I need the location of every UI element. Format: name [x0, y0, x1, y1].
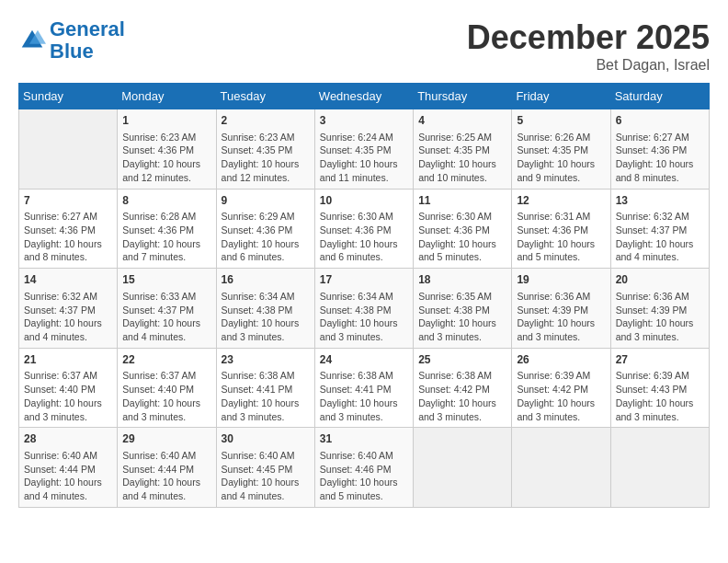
calendar-cell: 12Sunrise: 6:31 AM Sunset: 4:36 PM Dayli… [512, 189, 610, 269]
calendar-cell [414, 428, 512, 508]
calendar-cell: 24Sunrise: 6:38 AM Sunset: 4:41 PM Dayli… [314, 348, 413, 428]
day-number: 9 [222, 193, 310, 209]
day-number: 4 [418, 113, 506, 129]
cell-info: Sunrise: 6:25 AM Sunset: 4:35 PM Dayligh… [418, 131, 506, 185]
calendar-cell: 5Sunrise: 6:26 AM Sunset: 4:35 PM Daylig… [512, 109, 610, 190]
col-header-monday: Monday [118, 84, 216, 109]
calendar-cell: 23Sunrise: 6:38 AM Sunset: 4:41 PM Dayli… [216, 348, 314, 428]
calendar-cell: 25Sunrise: 6:38 AM Sunset: 4:42 PM Dayli… [414, 348, 512, 428]
day-number: 6 [616, 113, 704, 129]
cell-info: Sunrise: 6:37 AM Sunset: 4:40 PM Dayligh… [122, 369, 210, 423]
cell-info: Sunrise: 6:36 AM Sunset: 4:39 PM Dayligh… [616, 290, 704, 344]
day-number: 28 [24, 431, 112, 447]
cell-info: Sunrise: 6:38 AM Sunset: 4:41 PM Dayligh… [320, 369, 408, 423]
week-row-5: 28Sunrise: 6:40 AM Sunset: 4:44 PM Dayli… [19, 428, 710, 508]
calendar-cell: 28Sunrise: 6:40 AM Sunset: 4:44 PM Dayli… [19, 428, 118, 508]
header-row: SundayMondayTuesdayWednesdayThursdayFrid… [19, 84, 710, 109]
day-number: 2 [222, 113, 310, 129]
day-number: 19 [517, 272, 605, 288]
calendar-cell: 19Sunrise: 6:36 AM Sunset: 4:39 PM Dayli… [512, 269, 610, 349]
cell-info: Sunrise: 6:23 AM Sunset: 4:36 PM Dayligh… [122, 131, 210, 185]
cell-info: Sunrise: 6:33 AM Sunset: 4:37 PM Dayligh… [122, 290, 210, 344]
day-number: 16 [222, 272, 310, 288]
week-row-2: 7Sunrise: 6:27 AM Sunset: 4:36 PM Daylig… [19, 189, 710, 269]
cell-info: Sunrise: 6:36 AM Sunset: 4:39 PM Dayligh… [517, 290, 605, 344]
day-number: 11 [418, 193, 506, 209]
calendar-cell: 3Sunrise: 6:24 AM Sunset: 4:35 PM Daylig… [314, 109, 413, 190]
cell-info: Sunrise: 6:28 AM Sunset: 4:36 PM Dayligh… [122, 210, 210, 264]
calendar-cell: 2Sunrise: 6:23 AM Sunset: 4:35 PM Daylig… [216, 109, 314, 190]
day-number: 30 [222, 431, 310, 447]
calendar-cell: 22Sunrise: 6:37 AM Sunset: 4:40 PM Dayli… [118, 348, 216, 428]
calendar-cell: 18Sunrise: 6:35 AM Sunset: 4:38 PM Dayli… [414, 269, 512, 349]
calendar-cell: 9Sunrise: 6:29 AM Sunset: 4:36 PM Daylig… [216, 189, 314, 269]
day-number: 22 [122, 352, 210, 368]
calendar-cell: 1Sunrise: 6:23 AM Sunset: 4:36 PM Daylig… [118, 109, 216, 190]
cell-info: Sunrise: 6:38 AM Sunset: 4:41 PM Dayligh… [222, 369, 310, 423]
cell-info: Sunrise: 6:32 AM Sunset: 4:37 PM Dayligh… [24, 290, 112, 344]
day-number: 1 [122, 113, 210, 129]
day-number: 24 [320, 352, 408, 368]
calendar-table: SundayMondayTuesdayWednesdayThursdayFrid… [18, 83, 710, 508]
day-number: 31 [320, 431, 408, 447]
cell-info: Sunrise: 6:34 AM Sunset: 4:38 PM Dayligh… [320, 290, 408, 344]
day-number: 17 [320, 272, 408, 288]
cell-info: Sunrise: 6:40 AM Sunset: 4:44 PM Dayligh… [24, 449, 112, 503]
day-number: 21 [24, 352, 112, 368]
calendar-cell: 11Sunrise: 6:30 AM Sunset: 4:36 PM Dayli… [414, 189, 512, 269]
cell-info: Sunrise: 6:27 AM Sunset: 4:36 PM Dayligh… [616, 131, 704, 185]
calendar-cell: 26Sunrise: 6:39 AM Sunset: 4:42 PM Dayli… [512, 348, 610, 428]
calendar-cell [512, 428, 610, 508]
calendar-cell [19, 109, 118, 190]
col-header-saturday: Saturday [610, 84, 709, 109]
page-header: General Blue December 2025 Bet Dagan, Is… [18, 18, 710, 74]
cell-info: Sunrise: 6:39 AM Sunset: 4:42 PM Dayligh… [517, 369, 605, 423]
week-row-1: 1Sunrise: 6:23 AM Sunset: 4:36 PM Daylig… [19, 109, 710, 190]
calendar-cell: 20Sunrise: 6:36 AM Sunset: 4:39 PM Dayli… [610, 269, 709, 349]
day-number: 23 [222, 352, 310, 368]
day-number: 29 [122, 431, 210, 447]
calendar-cell: 17Sunrise: 6:34 AM Sunset: 4:38 PM Dayli… [314, 269, 413, 349]
day-number: 20 [616, 272, 704, 288]
cell-info: Sunrise: 6:37 AM Sunset: 4:40 PM Dayligh… [24, 369, 112, 423]
col-header-friday: Friday [512, 84, 610, 109]
day-number: 26 [517, 352, 605, 368]
day-number: 14 [24, 272, 112, 288]
calendar-cell: 6Sunrise: 6:27 AM Sunset: 4:36 PM Daylig… [610, 109, 709, 190]
location: Bet Dagan, Israel [467, 57, 710, 74]
cell-info: Sunrise: 6:30 AM Sunset: 4:36 PM Dayligh… [320, 210, 408, 264]
week-row-4: 21Sunrise: 6:37 AM Sunset: 4:40 PM Dayli… [19, 348, 710, 428]
calendar-cell: 15Sunrise: 6:33 AM Sunset: 4:37 PM Dayli… [118, 269, 216, 349]
cell-info: Sunrise: 6:39 AM Sunset: 4:43 PM Dayligh… [616, 369, 704, 423]
day-number: 3 [320, 113, 408, 129]
day-number: 12 [517, 193, 605, 209]
calendar-cell [610, 428, 709, 508]
day-number: 25 [418, 352, 506, 368]
day-number: 27 [616, 352, 704, 368]
cell-info: Sunrise: 6:32 AM Sunset: 4:37 PM Dayligh… [616, 210, 704, 264]
day-number: 10 [320, 193, 408, 209]
calendar-cell: 21Sunrise: 6:37 AM Sunset: 4:40 PM Dayli… [19, 348, 118, 428]
calendar-cell: 30Sunrise: 6:40 AM Sunset: 4:45 PM Dayli… [216, 428, 314, 508]
month-title: December 2025 [467, 18, 710, 57]
cell-info: Sunrise: 6:40 AM Sunset: 4:44 PM Dayligh… [122, 449, 210, 503]
cell-info: Sunrise: 6:24 AM Sunset: 4:35 PM Dayligh… [320, 131, 408, 185]
calendar-cell: 4Sunrise: 6:25 AM Sunset: 4:35 PM Daylig… [414, 109, 512, 190]
week-row-3: 14Sunrise: 6:32 AM Sunset: 4:37 PM Dayli… [19, 269, 710, 349]
cell-info: Sunrise: 6:30 AM Sunset: 4:36 PM Dayligh… [418, 210, 506, 264]
col-header-tuesday: Tuesday [216, 84, 314, 109]
cell-info: Sunrise: 6:31 AM Sunset: 4:36 PM Dayligh… [517, 210, 605, 264]
calendar-cell: 13Sunrise: 6:32 AM Sunset: 4:37 PM Dayli… [610, 189, 709, 269]
logo: General Blue [18, 18, 125, 63]
calendar-cell: 7Sunrise: 6:27 AM Sunset: 4:36 PM Daylig… [19, 189, 118, 269]
calendar-cell: 8Sunrise: 6:28 AM Sunset: 4:36 PM Daylig… [118, 189, 216, 269]
calendar-cell: 31Sunrise: 6:40 AM Sunset: 4:46 PM Dayli… [314, 428, 413, 508]
col-header-wednesday: Wednesday [314, 84, 413, 109]
logo-text: General Blue [50, 18, 125, 63]
cell-info: Sunrise: 6:29 AM Sunset: 4:36 PM Dayligh… [222, 210, 310, 264]
cell-info: Sunrise: 6:40 AM Sunset: 4:45 PM Dayligh… [222, 449, 310, 503]
cell-info: Sunrise: 6:35 AM Sunset: 4:38 PM Dayligh… [418, 290, 506, 344]
cell-info: Sunrise: 6:40 AM Sunset: 4:46 PM Dayligh… [320, 449, 408, 503]
calendar-cell: 29Sunrise: 6:40 AM Sunset: 4:44 PM Dayli… [118, 428, 216, 508]
logo-line1: General [50, 17, 125, 40]
